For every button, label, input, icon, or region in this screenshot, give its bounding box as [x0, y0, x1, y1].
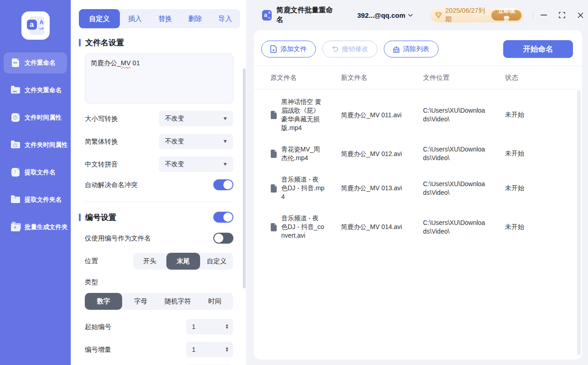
tab-import[interactable]: 导入 — [210, 9, 240, 28]
start-rename-button[interactable]: 开始命名 — [503, 40, 573, 58]
file-location: C:\Users\XU\Downloads\Video\ — [419, 180, 487, 197]
start-number-input[interactable]: 1 ▲▼ — [186, 319, 233, 334]
original-filename: 音乐频道 - 夜色DJ - 抖音.mp4 — [281, 175, 325, 201]
case-convert-select[interactable]: 不改变 ▼ — [159, 111, 233, 126]
titlebar-divider — [533, 11, 533, 19]
broom-icon — [393, 46, 400, 53]
type-option-random[interactable]: 随机字符 — [159, 293, 196, 310]
folder-time-icon — [10, 140, 21, 150]
type-label: 类型 — [85, 278, 233, 287]
vip-badge-icon: V — [435, 12, 442, 19]
new-filename: 简鹿办公_MV 012.avi — [341, 150, 402, 158]
app-title: 简鹿文件批量重命名 — [276, 5, 335, 25]
only-number-toggle[interactable] — [213, 233, 233, 244]
main-panel: aA↩ 简鹿文件批量重命名 392...@qq.com V 2025/06/27… — [246, 0, 588, 365]
settings-panel: 自定义 插入 替换 删除 导入 文件名设置 简鹿办公_MV 01 大小写转换 不… — [71, 0, 246, 365]
file-location: C:\Users\XU\Downloads\Video\ — [419, 219, 487, 236]
maximize-button[interactable] — [554, 7, 570, 23]
sidebar-item-folder-time[interactable]: 文件夹时间属性 — [4, 135, 67, 156]
original-filename: 青花瓷MV_周杰伦.mp4 — [281, 145, 325, 162]
table-row[interactable]: 音乐频道 - 夜色DJ - 抖音_convert.avi 简鹿办公_MV 014… — [254, 208, 582, 246]
extract-filename-icon: ↑ — [10, 167, 21, 177]
chevron-down-icon: ▼ — [222, 116, 228, 121]
minimize-button[interactable] — [536, 7, 552, 23]
sidebar-item-batch-create-folders[interactable]: + 批量生成文件夹 — [4, 217, 67, 238]
undo-changes-button[interactable]: 撤销修改 — [322, 41, 377, 57]
undo-icon — [331, 46, 339, 52]
file-list: 黑神话悟空 黄眉战歌《屁》豪华典藏无损版.mp4 简鹿办公_MV 011.avi… — [254, 89, 582, 360]
original-filename: 黑神话悟空 黄眉战歌《屁》豪华典藏无损版.mp4 — [281, 98, 325, 132]
table-row[interactable]: 音乐频道 - 夜色DJ - 抖音.mp4 简鹿办公_MV 013.avi C:\… — [254, 169, 582, 208]
file-icon — [270, 223, 277, 231]
sidebar-item-folder-rename[interactable]: 文件夹重命名 — [4, 80, 67, 101]
position-option-start[interactable]: 开头 — [133, 253, 166, 270]
type-option-letter[interactable]: 字母 — [122, 293, 159, 310]
close-button[interactable] — [573, 7, 588, 23]
tab-replace[interactable]: 替换 — [150, 9, 180, 28]
pinyin-label: 中文转拼音 — [85, 160, 118, 169]
file-icon — [270, 111, 277, 119]
renew-button[interactable]: 立即续费 — [491, 10, 521, 21]
simplified-traditional-select[interactable]: 不改变 ▼ — [159, 134, 233, 149]
filename-template-input[interactable]: 简鹿办公_MV 01 — [85, 53, 233, 104]
add-files-button[interactable]: 添加文件 — [261, 41, 316, 57]
new-filename: 简鹿办公_MV 014.avi — [341, 223, 402, 231]
type-option-time[interactable]: 时间 — [196, 293, 233, 310]
clear-list-button[interactable]: 清除列表 — [384, 41, 438, 57]
file-location: C:\Users\XU\Downloads\Video\ — [419, 106, 487, 124]
auto-conflict-toggle[interactable] — [213, 179, 233, 190]
status-badge: 未开始 — [505, 223, 582, 231]
file-icon — [270, 184, 277, 193]
column-original-name: 原文件名 — [270, 73, 341, 82]
increment-input[interactable]: 1 ▲▼ — [186, 342, 233, 357]
status-badge: 未开始 — [505, 111, 582, 119]
misspelled-word: MV — [121, 59, 131, 67]
simplified-traditional-label: 简繁体转换 — [85, 137, 118, 146]
sidebar-item-file-rename[interactable]: 文件重命名 — [4, 52, 67, 73]
tab-custom[interactable]: 自定义 — [79, 9, 120, 28]
table-row[interactable]: 黑神话悟空 黄眉战歌《屁》豪华典藏无损版.mp4 简鹿办公_MV 011.avi… — [254, 91, 582, 139]
toolbar: 添加文件 撤销修改 清除列表 开始命名 — [254, 30, 582, 66]
column-status: 状态 — [505, 73, 582, 82]
numbering-toggle[interactable] — [213, 212, 233, 223]
file-rename-icon — [10, 58, 21, 68]
stepper-arrows-icon[interactable]: ▲▼ — [225, 347, 229, 352]
file-list-card: 添加文件 撤销修改 清除列表 开始命名 原文件名 新文件名 — [254, 30, 582, 360]
sidebar-item-extract-foldername[interactable]: ⌃ 提取文件夹名 — [4, 189, 67, 210]
status-badge: 未开始 — [505, 184, 582, 193]
chevron-down-icon: ▼ — [222, 162, 228, 167]
sidebar-item-extract-filename[interactable]: ↑ 提取文件名 — [4, 162, 67, 183]
file-location: C:\Users\XU\Downloads\Video\ — [419, 145, 487, 162]
column-location: 文件位置 — [419, 73, 505, 82]
only-number-label: 仅使用编号作为文件名 — [85, 234, 151, 243]
new-filename: 简鹿办公_MV 011.avi — [341, 111, 402, 120]
new-filename: 简鹿办公_MV 013.avi — [341, 184, 402, 193]
table-row[interactable]: 青花瓷MV_周杰伦.mp4 简鹿办公_MV 012.avi C:\Users\X… — [254, 139, 582, 169]
pinyin-select[interactable]: 不改变 ▼ — [159, 156, 233, 172]
section-divider — [85, 201, 233, 202]
position-segmented-control: 开头 末尾 自定义 — [133, 253, 233, 270]
type-option-number[interactable]: 数字 — [85, 293, 122, 310]
case-convert-label: 大小写转换 — [85, 115, 118, 123]
sidebar-nav: 文件重命名 文件夹重命名 文件时间属性 文件夹时间属性 ↑ 提取文件名 — [0, 52, 71, 238]
app-icon: aA↩ — [262, 10, 272, 21]
sidebar-item-file-time[interactable]: 文件时间属性 — [4, 107, 67, 128]
type-segmented-control: 数字 字母 随机字符 时间 — [85, 293, 233, 310]
position-option-custom[interactable]: 自定义 — [200, 253, 233, 270]
auto-conflict-label: 自动解决命名冲突 — [85, 181, 138, 189]
filename-section-title: 文件名设置 — [79, 37, 246, 48]
position-label: 位置 — [85, 257, 98, 266]
account-menu[interactable]: 392...@qq.com — [357, 11, 413, 19]
batch-create-folders-icon: + — [10, 222, 21, 232]
list-scrollbar[interactable] — [577, 90, 581, 355]
increment-label: 编号增量 — [85, 345, 111, 354]
stepper-arrows-icon[interactable]: ▲▼ — [225, 324, 229, 329]
tab-delete[interactable]: 删除 — [180, 9, 210, 28]
position-option-end[interactable]: 末尾 — [166, 253, 200, 270]
numbering-section-title: 编号设置 — [79, 212, 246, 223]
chevron-down-icon — [408, 14, 413, 17]
tab-insert[interactable]: 插入 — [120, 9, 150, 28]
settings-scrollbar[interactable] — [243, 68, 246, 288]
license-pill: V 2025/06/27到期 立即续费 — [430, 8, 524, 22]
file-time-icon — [10, 113, 21, 123]
